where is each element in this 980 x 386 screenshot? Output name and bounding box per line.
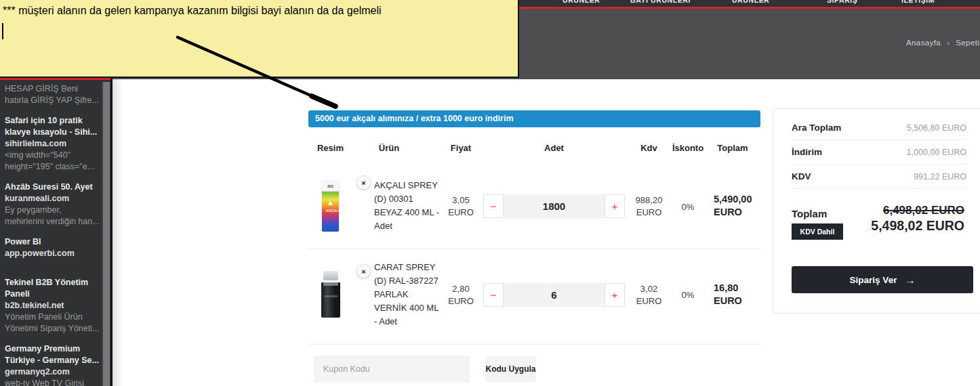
summary-row-kdv: KDV 991,22 EURO	[792, 165, 966, 189]
product-image	[321, 271, 340, 316]
line-total: 16,80 EURO	[705, 249, 760, 307]
search-results-list: HESAP GİRİŞ Beni hatırla GİRİŞ YAP Şifre…	[5, 83, 101, 386]
breadcrumb-home[interactable]: Anasayfa	[906, 39, 941, 47]
result-title[interactable]: Tekinel B2B Yönetim Paneli	[5, 277, 101, 300]
result-snippet: HESAP GİRİŞ Beni hatırla GİRİŞ YAP Şifre…	[5, 83, 101, 106]
quantity-stepper: − +	[483, 283, 625, 307]
discount-percent: 0%	[671, 249, 705, 301]
increase-quantity-button[interactable]: +	[605, 194, 625, 218]
coupon-code-input[interactable]	[314, 356, 470, 383]
col-header-resim: Resim	[308, 143, 352, 159]
col-header-adet: Adet	[481, 143, 627, 159]
result-snippet: web-tv Web TV Girişi Germany 2 Web TV...	[5, 378, 101, 386]
result-domain: b2b.tekinel.net	[5, 300, 101, 312]
window-divider	[110, 78, 113, 386]
discount-percent: 0%	[671, 169, 705, 213]
remove-item-button[interactable]: ×	[356, 264, 371, 278]
list-item[interactable]: Tekinel B2B Yönetim Paneli b2b.tekinel.n…	[5, 277, 101, 335]
grand-total-value: 5,498,02 EURO	[871, 218, 964, 234]
list-item[interactable]: Power BI app.powerbi.com	[5, 236, 101, 259]
campaign-banner: 5000 eur akçalı alımınıza / extra 1000 e…	[308, 110, 760, 127]
breadcrumb: Anasayfa›Sepetim	[906, 39, 980, 47]
breadcrumb-separator-icon: ›	[947, 39, 950, 47]
list-item[interactable]: Germany Premium Türkiye - Germany Se... …	[5, 343, 101, 386]
nav-item-5[interactable]: İLETİŞİM	[901, 0, 935, 4]
place-order-button[interactable]: Sipariş Ver →	[792, 266, 973, 293]
nav-item-1[interactable]: ÜRÜNLER	[563, 0, 600, 4]
col-header-urun: Ürün	[352, 143, 441, 159]
kdv-included-badge: KDV Dahil	[792, 223, 843, 240]
line-total: 5,490,00 EURO	[705, 169, 760, 219]
summary-value: 1,000,00 EURO	[907, 148, 966, 157]
increase-quantity-button[interactable]: +	[605, 283, 625, 307]
row-divider	[308, 344, 760, 345]
summary-value: 5,506,80 EURO	[907, 123, 966, 133]
result-title[interactable]: Safari için 10 pratik klavye kısayolu - …	[5, 115, 101, 138]
col-header-iskonto: İskonto	[671, 143, 705, 159]
can-logo-icon: ▲	[322, 198, 339, 207]
product-name[interactable]: AKÇALI SPREY (D) 00301 BEYAZ 400 ML - Ad…	[374, 179, 441, 233]
list-item[interactable]: HESAP GİRİŞ Beni hatırla GİRİŞ YAP Şifre…	[5, 83, 101, 106]
sticky-note-text: *** müşteri alanın da gelen kampanya kaz…	[3, 5, 510, 17]
cart-row: × CARAT SPREY (D) RAL-387227 PARLAK VERN…	[308, 249, 760, 344]
kdv-amount: 988,20 EURO	[627, 169, 671, 219]
result-title[interactable]: Power BI	[5, 236, 101, 248]
result-domain: app.powerbi.com	[5, 248, 101, 259]
col-header-toplam: Toplam	[705, 143, 760, 159]
can-code: 301	[327, 184, 333, 188]
result-snippet: Yönetim Paneli Ürün Yönetimi Sipariş Yön…	[5, 312, 101, 335]
unit-price: 3,05 EURO	[441, 169, 481, 219]
quantity-input[interactable]	[504, 194, 605, 218]
sticky-note[interactable]: *** müşteri alanın da gelen kampanya kaz…	[0, 0, 519, 78]
result-domain: kuranmeali.com	[5, 193, 101, 205]
grand-total-label: Toplam	[792, 208, 827, 219]
nav-item-3[interactable]: ÜRÜNLER	[732, 0, 770, 4]
col-header-kdv: Kdv	[627, 143, 671, 159]
summary-rows: Ara Toplam 5,506,80 EURO İndirim 1,000,0…	[792, 116, 966, 189]
screen: ÜRÜNLER BAYİ ÜRÜNLERİ ÜRÜNLER SİPARİŞ İL…	[0, 0, 980, 386]
decrease-quantity-button[interactable]: −	[483, 283, 504, 307]
result-title[interactable]: Ahzâb Suresi 50. Ayet	[5, 181, 101, 193]
list-item[interactable]: Safari için 10 pratik klavye kısayolu - …	[5, 115, 101, 173]
summary-row-subtotal: Ara Toplam 5,506,80 EURO	[792, 116, 966, 140]
old-total-strikethrough: 6,498,02 EURO	[883, 204, 964, 217]
can-brand-label: AKÇALI	[326, 209, 335, 213]
product-name[interactable]: CARAT SPREY (D) RAL-387227 PARLAK VERNİK…	[374, 261, 441, 328]
breadcrumb-current: Sepetim	[956, 39, 980, 47]
summary-value: 991,22 EURO	[914, 172, 966, 181]
summary-label: KDV	[792, 171, 811, 181]
window-edge-shadow	[113, 78, 123, 386]
quantity-stepper: − +	[483, 194, 625, 218]
nav-item-4[interactable]: SİPARİŞ	[827, 0, 857, 4]
summary-label: Ara Toplam	[792, 123, 841, 133]
summary-row-discount: İndirim 1,000,00 EURO	[792, 140, 966, 165]
result-title[interactable]: Germany Premium Türkiye - Germany Se...	[5, 343, 101, 366]
cart-table-header: Resim Ürün Fiyat Adet Kdv İskonto Toplam	[308, 143, 760, 159]
place-order-label: Sipariş Ver	[850, 275, 897, 285]
search-results-sidebar: HESAP GİRİŞ Beni hatırla GİRİŞ YAP Şifre…	[0, 78, 110, 386]
col-header-fiyat: Fiyat	[441, 143, 481, 159]
unit-price: 2,80 EURO	[441, 249, 481, 307]
quantity-input[interactable]	[504, 283, 605, 307]
kdv-amount: 3,02 EURO	[627, 249, 671, 307]
remove-item-button[interactable]: ×	[356, 175, 371, 190]
apply-coupon-button[interactable]: Kodu Uygula	[485, 356, 536, 382]
result-snippet: <img width="540" height="195" class="e..…	[5, 150, 101, 173]
arrow-right-icon: →	[905, 274, 915, 286]
product-image: 301 ▲ AKÇALI	[322, 181, 339, 232]
scrollbar-thumb[interactable]	[103, 82, 110, 386]
summary-label: İndirim	[792, 147, 822, 157]
order-summary-card: Ara Toplam 5,506,80 EURO İndirim 1,000,0…	[773, 108, 980, 314]
nav-item-2[interactable]: BAYİ ÜRÜNLERİ	[630, 0, 691, 4]
result-domain: sihirlielma.com	[5, 138, 101, 150]
list-item[interactable]: Ahzâb Suresi 50. Ayet kuranmeali.com Ey …	[5, 181, 101, 228]
cart-row: 301 ▲ AKÇALI × AKÇALI SPREY (D) 00301 BE…	[308, 169, 760, 249]
text-cursor	[2, 23, 3, 39]
result-domain: germanyq2.com	[5, 366, 101, 378]
sidebar-scrollbar[interactable]	[102, 82, 110, 386]
result-snippet: Ey peygamber, mehirlerini verdiğin han..…	[5, 205, 101, 228]
decrease-quantity-button[interactable]: −	[483, 194, 504, 218]
